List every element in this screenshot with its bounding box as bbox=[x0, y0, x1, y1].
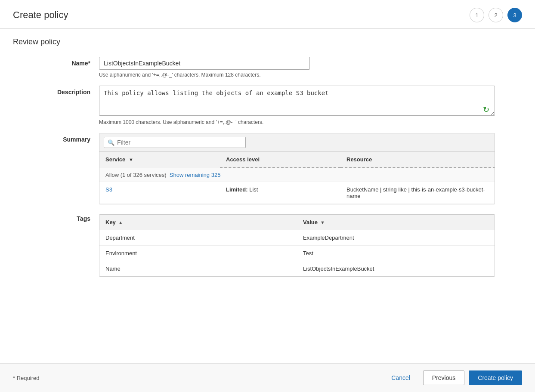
name-hint: Use alphanumeric and '+=,.@-_' character… bbox=[99, 72, 495, 78]
summary-row: Summary 🔍 Service ▼ Access bbox=[13, 133, 522, 204]
service-cell: S3 bbox=[99, 182, 220, 204]
col-access-level: Access level bbox=[220, 152, 340, 168]
tags-header: Key ▲ Value ▼ bbox=[99, 215, 495, 230]
step-indicators: 1 2 3 bbox=[470, 8, 522, 22]
tag-key-department: Department bbox=[99, 230, 297, 245]
name-label: Name* bbox=[13, 57, 99, 67]
tags-table: Key ▲ Value ▼ Department ExampleDepartme… bbox=[99, 214, 495, 277]
access-level-bold: Limited: bbox=[226, 186, 248, 193]
access-level-rest: List bbox=[248, 186, 258, 193]
access-level-cell: Limited: List bbox=[220, 182, 340, 204]
tags-field: Key ▲ Value ▼ Department ExampleDepartme… bbox=[99, 212, 495, 277]
tag-value-name: ListObjectsInExampleBucket bbox=[297, 261, 495, 276]
tags-row: Tags Key ▲ Value ▼ Department E bbox=[13, 212, 522, 277]
tag-value-department: ExampleDepartment bbox=[297, 230, 495, 245]
step-2[interactable]: 2 bbox=[489, 8, 503, 22]
value-sort-icon: ▼ bbox=[320, 220, 325, 225]
step-3[interactable]: 3 bbox=[507, 8, 522, 22]
filter-input-wrapper: 🔍 bbox=[104, 137, 246, 148]
tag-row-name: Name ListObjectsInExampleBucket bbox=[99, 261, 495, 276]
filter-input[interactable] bbox=[117, 139, 242, 146]
resource-cell: BucketName | string like | this-is-an-ex… bbox=[340, 182, 495, 204]
tag-row-environment: Environment Test bbox=[99, 246, 495, 261]
s3-link[interactable]: S3 bbox=[105, 186, 112, 193]
name-input[interactable] bbox=[99, 57, 310, 70]
service-sort-icon: ▼ bbox=[129, 157, 133, 162]
summary-field: 🔍 Service ▼ Access level Resource bbox=[99, 133, 495, 204]
tag-key-environment: Environment bbox=[99, 246, 297, 261]
col-resource: Resource bbox=[340, 152, 495, 168]
textarea-wrapper: ↻ bbox=[99, 86, 495, 117]
summary-table: 🔍 Service ▼ Access level Resource bbox=[99, 133, 495, 204]
summary-label: Summary bbox=[13, 133, 99, 143]
page-header: Create policy 1 2 3 bbox=[0, 0, 535, 28]
step-1[interactable]: 1 bbox=[470, 8, 484, 22]
key-sort-icon: ▲ bbox=[118, 220, 123, 225]
col-value: Value ▼ bbox=[297, 215, 495, 230]
tags-label: Tags bbox=[13, 212, 99, 222]
page-title: Create policy bbox=[13, 9, 68, 21]
tag-value-environment: Test bbox=[297, 246, 495, 261]
description-field: ↻ Maximum 1000 characters. Use alphanume… bbox=[99, 86, 495, 125]
tag-key-name: Name bbox=[99, 261, 297, 276]
col-key: Key ▲ bbox=[99, 215, 297, 230]
header-divider bbox=[0, 28, 535, 29]
description-row: Description ↻ Maximum 1000 characters. U… bbox=[13, 86, 522, 125]
col-service[interactable]: Service ▼ bbox=[99, 152, 220, 168]
search-icon: 🔍 bbox=[108, 139, 114, 146]
section-title: Review policy bbox=[13, 37, 522, 46]
main-content: Review policy Name* Use alphanumeric and… bbox=[0, 37, 535, 327]
name-field: Use alphanumeric and '+=,.@-_' character… bbox=[99, 57, 495, 78]
show-remaining-link[interactable]: Show remaining 325 bbox=[170, 172, 221, 178]
filter-bar: 🔍 bbox=[99, 133, 495, 152]
allow-row: Allow (1 of 326 services) Show remaining… bbox=[99, 168, 495, 182]
tag-row-department: Department ExampleDepartment bbox=[99, 230, 495, 246]
name-row: Name* Use alphanumeric and '+=,.@-_' cha… bbox=[13, 57, 522, 78]
refresh-icon[interactable]: ↻ bbox=[483, 105, 492, 114]
summary-header: Service ▼ Access level Resource Request … bbox=[99, 152, 495, 168]
summary-data-row: S3 Limited: List BucketName | string lik… bbox=[99, 182, 495, 204]
description-input[interactable] bbox=[99, 86, 495, 116]
description-label: Description bbox=[13, 86, 99, 96]
description-hint: Maximum 1000 characters. Use alphanumeri… bbox=[99, 119, 495, 125]
